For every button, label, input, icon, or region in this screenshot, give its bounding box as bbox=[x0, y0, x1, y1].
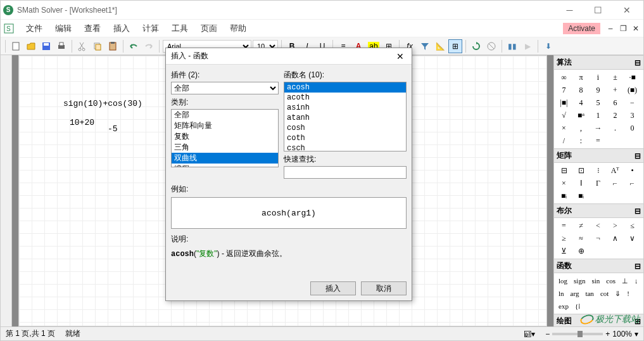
menu-page[interactable]: 页面 bbox=[194, 20, 224, 37]
palette-button[interactable]: 6 bbox=[607, 96, 624, 109]
grid-icon[interactable]: ⊞ bbox=[448, 39, 462, 53]
menu-tools[interactable]: 工具 bbox=[165, 20, 194, 37]
category-list[interactable]: 全部矩阵和向量复数三角双曲线编程字符串文件 bbox=[171, 109, 279, 167]
quickfind-input[interactable] bbox=[284, 166, 407, 179]
palette-button[interactable]: × bbox=[555, 177, 572, 190]
minimize-button[interactable]: ─ bbox=[555, 1, 584, 19]
doc-restore-button[interactable]: ❐ bbox=[618, 24, 628, 33]
function-item[interactable]: cosh bbox=[284, 123, 406, 133]
palette-button[interactable]: = bbox=[555, 219, 572, 232]
palette-button[interactable]: cot bbox=[597, 287, 612, 300]
palette-button[interactable]: arg bbox=[567, 287, 583, 300]
new-icon[interactable] bbox=[9, 39, 23, 53]
doc-minimize-button[interactable]: – bbox=[605, 24, 616, 33]
paste-icon[interactable] bbox=[106, 39, 120, 53]
undo-icon[interactable] bbox=[127, 39, 141, 53]
palette-button[interactable]: ⊥ bbox=[619, 274, 631, 287]
palette-button[interactable]: ln bbox=[555, 287, 567, 300]
insert-button[interactable]: 插入 bbox=[310, 281, 356, 295]
palette-button[interactable] bbox=[607, 134, 624, 147]
category-item[interactable]: 矩阵和向量 bbox=[172, 120, 278, 131]
palette-button[interactable]: ⌐ bbox=[624, 177, 641, 190]
stop-icon[interactable] bbox=[484, 39, 498, 53]
category-item[interactable]: 编程 bbox=[172, 164, 278, 167]
function-item[interactable]: atanh bbox=[284, 113, 406, 123]
palette-button[interactable]: √ bbox=[555, 109, 572, 122]
palette-button[interactable]: + bbox=[607, 84, 624, 96]
palette-button[interactable]: ∧ bbox=[607, 232, 624, 245]
palette-button[interactable]: {⁞ bbox=[572, 300, 584, 312]
palette-button[interactable]: exp bbox=[555, 300, 572, 312]
panel-collapse-icon[interactable]: ⊟ bbox=[635, 262, 641, 271]
zoom-dropdown-icon[interactable]: ▾ bbox=[635, 330, 638, 338]
function-item[interactable]: acoth bbox=[284, 93, 406, 103]
palette-button[interactable]: • bbox=[624, 164, 641, 177]
formula-2a[interactable]: 10+20 bbox=[70, 118, 94, 127]
palette-button[interactable]: 3 bbox=[624, 109, 641, 122]
palette-button[interactable]: ⊕ bbox=[572, 245, 590, 257]
open-icon[interactable] bbox=[24, 39, 38, 53]
palette-button[interactable]: ↓ bbox=[631, 274, 641, 287]
palette-button[interactable]: = bbox=[590, 134, 607, 147]
formula-2b[interactable]: -5 bbox=[108, 124, 118, 134]
palette-button[interactable]: i bbox=[590, 71, 607, 84]
palette-button[interactable]: 4 bbox=[572, 96, 590, 109]
save-icon[interactable] bbox=[39, 39, 53, 53]
refresh-icon[interactable] bbox=[469, 39, 483, 53]
function-item[interactable]: csch bbox=[284, 143, 406, 151]
palette-button[interactable]: , bbox=[572, 122, 590, 134]
menu-calc[interactable]: 计算 bbox=[136, 20, 165, 37]
unit-icon[interactable]: 📐 bbox=[433, 39, 447, 53]
palette-button[interactable]: − bbox=[624, 96, 641, 109]
palette-button[interactable]: ≠ bbox=[572, 219, 590, 232]
palette-button[interactable]: ■ⁿ bbox=[572, 109, 590, 122]
palette-button[interactable]: 9 bbox=[590, 84, 607, 96]
palette-button[interactable]: ·■ bbox=[624, 71, 641, 84]
palette-button[interactable]: |■| bbox=[555, 96, 572, 109]
category-item[interactable]: 复数 bbox=[172, 131, 278, 142]
menu-view[interactable]: 查看 bbox=[78, 20, 107, 37]
function-item[interactable]: coth bbox=[284, 133, 406, 143]
palette-button[interactable]: cos bbox=[603, 274, 619, 287]
formula-1[interactable]: sign(10)+cos(30) bbox=[63, 99, 142, 108]
palette-button[interactable]: ¬ bbox=[590, 232, 607, 245]
palette-button[interactable]: . bbox=[607, 122, 624, 134]
maximize-button[interactable]: ☐ bbox=[584, 1, 612, 19]
close-button[interactable]: ✕ bbox=[612, 1, 641, 19]
play-icon[interactable]: ▶ bbox=[521, 39, 534, 53]
palette-button[interactable]: ! bbox=[624, 287, 633, 300]
dialog-close-icon[interactable]: ✕ bbox=[394, 51, 407, 61]
category-item[interactable]: 三角 bbox=[172, 142, 278, 153]
function-item[interactable]: asinh bbox=[284, 103, 406, 113]
palette-button[interactable]: ≤ bbox=[624, 219, 641, 232]
menu-help[interactable]: 帮助 bbox=[224, 20, 253, 37]
pause-icon[interactable]: ▮▮ bbox=[505, 39, 519, 53]
palette-button[interactable]: < bbox=[590, 219, 607, 232]
palette-button[interactable]: π bbox=[572, 71, 590, 84]
palette-button[interactable]: ∞ bbox=[555, 71, 572, 84]
palette-button[interactable]: Γ bbox=[590, 177, 607, 190]
plugins-select[interactable]: 全部 bbox=[171, 82, 279, 94]
palette-button[interactable]: ≥ bbox=[555, 232, 572, 245]
palette-button[interactable]: 0 bbox=[624, 122, 641, 134]
palette-button[interactable]: sign bbox=[571, 274, 588, 287]
palette-button[interactable]: tan bbox=[582, 287, 597, 300]
palette-button[interactable]: > bbox=[607, 219, 624, 232]
palette-button[interactable]: 7 bbox=[555, 84, 572, 96]
marker-icon[interactable]: ⬇ bbox=[541, 39, 555, 53]
cut-icon[interactable] bbox=[75, 39, 89, 53]
menu-file[interactable]: 文件 bbox=[20, 20, 49, 37]
palette-button[interactable]: : bbox=[572, 134, 590, 147]
zoom-slider[interactable] bbox=[552, 333, 603, 335]
copy-icon[interactable] bbox=[91, 39, 104, 53]
menu-edit[interactable]: 编辑 bbox=[49, 20, 78, 37]
zoom-out-icon[interactable]: − bbox=[545, 330, 550, 338]
palette-button[interactable]: (■) bbox=[624, 84, 641, 96]
function-item[interactable]: acosh bbox=[284, 82, 406, 93]
palette-button[interactable]: ≈ bbox=[572, 232, 590, 245]
palette-button[interactable]: ■ᵢ bbox=[555, 190, 572, 202]
panel-collapse-icon[interactable]: ⊟ bbox=[635, 58, 641, 67]
palette-button[interactable]: ⁝ bbox=[590, 164, 607, 177]
palette-button[interactable]: Ⅰ bbox=[572, 177, 590, 190]
category-item[interactable]: 全部 bbox=[172, 110, 278, 120]
